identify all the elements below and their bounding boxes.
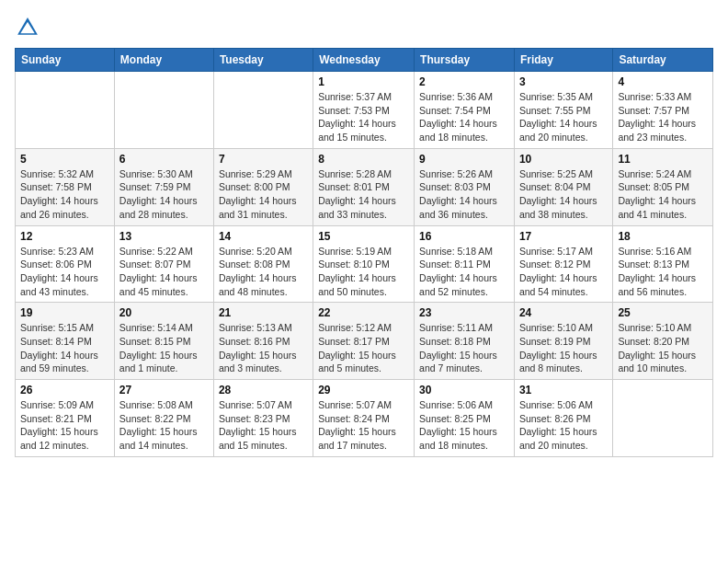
day-number: 12 (20, 230, 109, 243)
day-number: 4 (618, 75, 708, 88)
day-number: 25 (618, 306, 708, 319)
day-number: 24 (519, 306, 608, 319)
day-number: 19 (20, 306, 109, 319)
day-number: 1 (318, 75, 409, 88)
calendar-cell: 28Sunrise: 5:07 AM Sunset: 8:23 PM Dayli… (213, 380, 313, 457)
week-row-2: 5Sunrise: 5:32 AM Sunset: 7:58 PM Daylig… (16, 148, 713, 225)
day-info: Sunrise: 5:08 AM Sunset: 8:22 PM Dayligh… (119, 398, 209, 453)
calendar-cell: 27Sunrise: 5:08 AM Sunset: 8:22 PM Dayli… (114, 380, 213, 457)
calendar-cell: 1Sunrise: 5:37 AM Sunset: 7:53 PM Daylig… (313, 72, 415, 149)
day-info: Sunrise: 5:11 AM Sunset: 8:18 PM Dayligh… (419, 321, 509, 375)
calendar-cell: 11Sunrise: 5:24 AM Sunset: 8:05 PM Dayli… (613, 148, 713, 225)
day-number: 22 (318, 306, 409, 319)
day-number: 10 (519, 153, 608, 166)
day-number: 28 (219, 384, 308, 396)
day-header-saturday: Saturday (613, 49, 713, 72)
calendar-cell: 24Sunrise: 5:10 AM Sunset: 8:19 PM Dayli… (514, 303, 612, 380)
day-info: Sunrise: 5:23 AM Sunset: 8:06 PM Dayligh… (20, 245, 109, 299)
day-number: 13 (119, 230, 209, 243)
calendar-cell: 9Sunrise: 5:26 AM Sunset: 8:03 PM Daylig… (415, 148, 515, 225)
logo-icon (15, 15, 40, 40)
day-number: 16 (419, 230, 509, 243)
day-info: Sunrise: 5:14 AM Sunset: 8:15 PM Dayligh… (119, 321, 209, 375)
day-header-thursday: Thursday (415, 49, 515, 72)
day-number: 23 (419, 306, 509, 319)
week-row-5: 26Sunrise: 5:09 AM Sunset: 8:21 PM Dayli… (16, 380, 713, 457)
day-info: Sunrise: 5:30 AM Sunset: 7:59 PM Dayligh… (119, 167, 209, 222)
day-number: 21 (219, 306, 308, 319)
calendar-header-row: SundayMondayTuesdayWednesdayThursdayFrid… (16, 49, 713, 72)
day-number: 17 (519, 230, 608, 243)
day-info: Sunrise: 5:28 AM Sunset: 8:01 PM Dayligh… (318, 167, 409, 222)
day-number: 18 (618, 230, 708, 243)
calendar-cell: 5Sunrise: 5:32 AM Sunset: 7:58 PM Daylig… (16, 148, 115, 225)
calendar-cell: 7Sunrise: 5:29 AM Sunset: 8:00 PM Daylig… (213, 148, 313, 225)
day-number: 6 (119, 153, 209, 166)
calendar-table: SundayMondayTuesdayWednesdayThursdayFrid… (15, 48, 713, 457)
day-info: Sunrise: 5:17 AM Sunset: 8:12 PM Dayligh… (519, 245, 608, 299)
calendar-cell: 19Sunrise: 5:15 AM Sunset: 8:14 PM Dayli… (16, 303, 115, 380)
day-info: Sunrise: 5:16 AM Sunset: 8:13 PM Dayligh… (618, 245, 708, 299)
calendar-cell (114, 72, 213, 149)
day-info: Sunrise: 5:07 AM Sunset: 8:23 PM Dayligh… (219, 398, 308, 453)
day-number: 30 (419, 384, 509, 396)
calendar-cell: 26Sunrise: 5:09 AM Sunset: 8:21 PM Dayli… (16, 380, 115, 457)
calendar-cell: 3Sunrise: 5:35 AM Sunset: 7:55 PM Daylig… (514, 72, 612, 149)
day-number: 5 (20, 153, 109, 166)
day-number: 20 (119, 306, 209, 319)
day-info: Sunrise: 5:25 AM Sunset: 8:04 PM Dayligh… (519, 167, 608, 222)
calendar-cell: 10Sunrise: 5:25 AM Sunset: 8:04 PM Dayli… (514, 148, 612, 225)
calendar-cell: 4Sunrise: 5:33 AM Sunset: 7:57 PM Daylig… (613, 72, 713, 149)
day-info: Sunrise: 5:37 AM Sunset: 7:53 PM Dayligh… (318, 90, 409, 144)
calendar-cell (213, 72, 313, 149)
day-number: 7 (219, 153, 308, 166)
day-header-tuesday: Tuesday (213, 49, 313, 72)
day-info: Sunrise: 5:10 AM Sunset: 8:20 PM Dayligh… (618, 321, 708, 375)
calendar-cell: 2Sunrise: 5:36 AM Sunset: 7:54 PM Daylig… (415, 72, 515, 149)
calendar-cell: 17Sunrise: 5:17 AM Sunset: 8:12 PM Dayli… (514, 225, 612, 303)
day-info: Sunrise: 5:10 AM Sunset: 8:19 PM Dayligh… (519, 321, 608, 375)
day-info: Sunrise: 5:18 AM Sunset: 8:11 PM Dayligh… (419, 245, 509, 299)
calendar-cell: 31Sunrise: 5:06 AM Sunset: 8:26 PM Dayli… (514, 380, 612, 457)
day-header-wednesday: Wednesday (313, 49, 415, 72)
day-info: Sunrise: 5:06 AM Sunset: 8:26 PM Dayligh… (519, 398, 608, 453)
calendar-cell: 14Sunrise: 5:20 AM Sunset: 8:08 PM Dayli… (213, 225, 313, 303)
day-header-sunday: Sunday (16, 49, 115, 72)
day-info: Sunrise: 5:36 AM Sunset: 7:54 PM Dayligh… (419, 90, 509, 144)
day-number: 9 (419, 153, 509, 166)
day-number: 27 (119, 384, 209, 396)
day-info: Sunrise: 5:35 AM Sunset: 7:55 PM Dayligh… (519, 90, 608, 144)
day-info: Sunrise: 5:33 AM Sunset: 7:57 PM Dayligh… (618, 90, 708, 144)
calendar-cell: 23Sunrise: 5:11 AM Sunset: 8:18 PM Dayli… (415, 303, 515, 380)
day-number: 31 (519, 384, 608, 396)
day-header-friday: Friday (514, 49, 612, 72)
calendar-cell: 6Sunrise: 5:30 AM Sunset: 7:59 PM Daylig… (114, 148, 213, 225)
day-info: Sunrise: 5:13 AM Sunset: 8:16 PM Dayligh… (219, 321, 308, 375)
day-info: Sunrise: 5:20 AM Sunset: 8:08 PM Dayligh… (219, 245, 308, 299)
day-number: 2 (419, 75, 509, 88)
day-info: Sunrise: 5:06 AM Sunset: 8:25 PM Dayligh… (419, 398, 509, 453)
calendar-cell: 16Sunrise: 5:18 AM Sunset: 8:11 PM Dayli… (415, 225, 515, 303)
day-number: 14 (219, 230, 308, 243)
day-info: Sunrise: 5:24 AM Sunset: 8:05 PM Dayligh… (618, 167, 708, 222)
calendar-cell: 29Sunrise: 5:07 AM Sunset: 8:24 PM Dayli… (313, 380, 415, 457)
day-number: 29 (318, 384, 409, 396)
day-number: 11 (618, 153, 708, 166)
calendar-cell: 30Sunrise: 5:06 AM Sunset: 8:25 PM Dayli… (415, 380, 515, 457)
day-info: Sunrise: 5:29 AM Sunset: 8:00 PM Dayligh… (219, 167, 308, 222)
calendar-cell: 13Sunrise: 5:22 AM Sunset: 8:07 PM Dayli… (114, 225, 213, 303)
calendar-cell: 25Sunrise: 5:10 AM Sunset: 8:20 PM Dayli… (613, 303, 713, 380)
week-row-4: 19Sunrise: 5:15 AM Sunset: 8:14 PM Dayli… (16, 303, 713, 380)
calendar-cell: 20Sunrise: 5:14 AM Sunset: 8:15 PM Dayli… (114, 303, 213, 380)
day-number: 15 (318, 230, 409, 243)
day-info: Sunrise: 5:09 AM Sunset: 8:21 PM Dayligh… (20, 398, 109, 453)
day-info: Sunrise: 5:15 AM Sunset: 8:14 PM Dayligh… (20, 321, 109, 375)
calendar-cell: 12Sunrise: 5:23 AM Sunset: 8:06 PM Dayli… (16, 225, 115, 303)
calendar-cell: 22Sunrise: 5:12 AM Sunset: 8:17 PM Dayli… (313, 303, 415, 380)
calendar-cell: 18Sunrise: 5:16 AM Sunset: 8:13 PM Dayli… (613, 225, 713, 303)
day-info: Sunrise: 5:22 AM Sunset: 8:07 PM Dayligh… (119, 245, 209, 299)
calendar-cell (613, 380, 713, 457)
day-info: Sunrise: 5:26 AM Sunset: 8:03 PM Dayligh… (419, 167, 509, 222)
day-info: Sunrise: 5:32 AM Sunset: 7:58 PM Dayligh… (20, 167, 109, 222)
day-number: 8 (318, 153, 409, 166)
